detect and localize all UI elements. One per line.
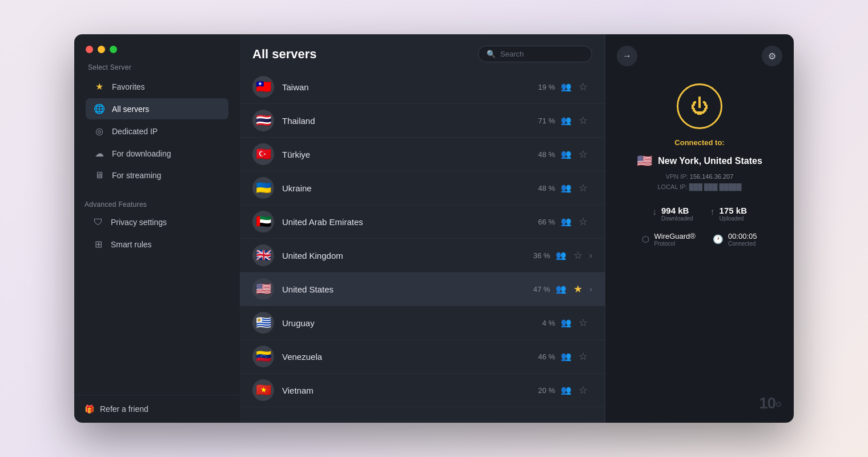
server-name: United Arab Emirates <box>282 217 527 227</box>
country-flag: 🇹🇷 <box>252 143 274 165</box>
maximize-button[interactable] <box>110 46 117 53</box>
favorite-star-button[interactable]: ★ <box>573 283 582 295</box>
country-flag: 🇺🇾 <box>252 312 274 334</box>
sidebar-item-label: For downloading <box>112 149 171 158</box>
power-button[interactable]: ⏻ <box>677 83 722 129</box>
version-badge: 10○ <box>759 394 781 412</box>
country-flag: 🇺🇸 <box>252 278 274 300</box>
vpn-ip-info: VPN IP: 156.146.36.207 LOCAL IP: ███ ███… <box>637 172 762 192</box>
protocol-name: WireGuard® <box>654 232 695 240</box>
server-row[interactable]: 🇺🇦 Ukraine 48 % 👥 ☆ <box>240 171 605 205</box>
server-load: 47 % <box>521 285 550 294</box>
sidebar-item-dedicated-ip[interactable]: ◎ Dedicated IP <box>86 121 228 142</box>
server-name: United Kingdom <box>282 251 521 260</box>
close-button[interactable] <box>86 46 93 53</box>
server-load: 48 % <box>527 150 555 159</box>
sidebar-item-for-streaming[interactable]: 🖥 For streaming <box>86 165 228 186</box>
search-input[interactable] <box>500 50 584 58</box>
server-row[interactable]: 🇹🇭 Thailand 71 % 👥 ☆ <box>240 104 605 138</box>
server-list-scroll[interactable]: 🇹🇼 Taiwan 19 % 👥 ☆ 🇹🇭 Thailand 71 % 👥 ☆ … <box>240 70 605 423</box>
download-icon: ☁ <box>94 148 105 159</box>
chevron-right-icon: › <box>589 284 592 294</box>
favorite-star-button[interactable]: ☆ <box>578 384 588 396</box>
server-load: 4 % <box>527 319 555 327</box>
dedicated-ip-icon: ◎ <box>94 126 105 137</box>
favorite-star-button[interactable]: ☆ <box>578 148 588 161</box>
favorite-star-button[interactable]: ☆ <box>578 316 588 329</box>
favorite-star-button[interactable]: ☆ <box>578 81 588 93</box>
advanced-features-label: Advanced Features <box>74 193 240 212</box>
sidebar-item-label: Smart rules <box>111 240 152 249</box>
right-panel-top: → ⚙ <box>617 46 782 66</box>
server-name: Vietnam <box>282 386 527 395</box>
sidebar-item-for-downloading[interactable]: ☁ For downloading <box>86 143 228 164</box>
select-server-label: Select Server <box>86 63 228 71</box>
server-row[interactable]: 🇺🇾 Uruguay 4 % 👥 ☆ <box>240 306 605 340</box>
minimize-button[interactable] <box>98 46 105 53</box>
sidebar-item-label: Privacy settings <box>111 218 167 227</box>
favorite-star-button[interactable]: ☆ <box>578 114 588 127</box>
sidebar-item-label: For streaming <box>112 171 161 180</box>
users-icon: 👥 <box>561 385 572 395</box>
protocol-item: ⬡ WireGuard® Protocol <box>642 232 695 247</box>
arrow-right-icon: → <box>622 51 632 61</box>
server-row[interactable]: 🇻🇪 Venezuela 46 % 👥 ☆ <box>240 340 605 374</box>
upload-stat: ↑ 175 kB Uploaded <box>710 206 747 222</box>
favorite-star-button[interactable]: ☆ <box>578 215 588 228</box>
server-load: 20 % <box>527 386 555 395</box>
server-name: Ukraine <box>282 183 527 193</box>
upload-arrow-icon: ↑ <box>710 207 715 217</box>
users-icon: 👥 <box>556 284 566 294</box>
sidebar-item-all-servers[interactable]: 🌐 All servers <box>86 98 228 119</box>
settings-button[interactable]: ⚙ <box>762 46 782 66</box>
globe-icon: 🌐 <box>94 103 105 114</box>
country-flag: 🇻🇳 <box>252 379 274 401</box>
favorite-star-button[interactable]: ☆ <box>573 249 582 262</box>
users-icon: 👥 <box>561 183 572 193</box>
sidebar-item-privacy-settings[interactable]: 🛡 Privacy settings <box>85 212 230 232</box>
favorite-star-button[interactable]: ☆ <box>578 350 588 363</box>
server-row[interactable]: 🇹🇷 Türkiye 48 % 👥 ☆ <box>240 138 605 171</box>
right-panel: → ⚙ ⏻ Connected to: 🇺🇸 New York, United … <box>605 34 794 423</box>
search-box[interactable]: 🔍 <box>478 46 592 62</box>
server-row[interactable]: 🇺🇸 United States 47 % 👥 ★ › <box>240 272 605 306</box>
streaming-icon: 🖥 <box>94 170 105 181</box>
users-icon: 👥 <box>561 82 572 92</box>
sidebar-item-label: Dedicated IP <box>112 127 158 136</box>
download-value: 994 kB <box>661 206 693 215</box>
favorite-star-button[interactable]: ☆ <box>578 182 588 194</box>
users-icon: 👥 <box>561 115 572 126</box>
protocol-icon: ⬡ <box>642 234 649 244</box>
upload-value: 175 kB <box>720 206 747 215</box>
server-name: Venezuela <box>282 352 527 362</box>
server-row[interactable]: 🇹🇼 Taiwan 19 % 👥 ☆ <box>240 70 605 104</box>
server-row[interactable]: 🇬🇧 United Kingdom 36 % 👥 ☆ › <box>240 239 605 272</box>
sidebar-item-favorites[interactable]: ★ Favorites <box>86 76 228 97</box>
app-window: Select Server ★ Favorites 🌐 All servers … <box>74 34 794 423</box>
stats-row: ↓ 994 kB Downloaded ↑ 175 kB Uploaded <box>617 206 782 222</box>
sidebar: Select Server ★ Favorites 🌐 All servers … <box>74 34 240 423</box>
connect-arrow-button[interactable]: → <box>617 46 637 66</box>
smart-rules-icon: ⊞ <box>93 239 104 250</box>
country-flag: 🇦🇪 <box>252 211 274 232</box>
download-stat: ↓ 994 kB Downloaded <box>652 206 693 222</box>
server-row[interactable]: 🇻🇳 Vietnam 20 % 👥 ☆ <box>240 374 605 407</box>
server-load: 71 % <box>527 117 555 125</box>
search-icon: 🔍 <box>487 50 496 58</box>
country-flag: 🇻🇪 <box>252 346 274 367</box>
server-load: 19 % <box>527 83 555 91</box>
connected-time-label: Connected <box>728 240 757 247</box>
country-flag: 🇹🇼 <box>252 76 274 98</box>
protocol-row: ⬡ WireGuard® Protocol 🕐 00:00:05 Connect… <box>617 232 782 247</box>
server-row[interactable]: 🇦🇪 United Arab Emirates 66 % 👥 ☆ <box>240 205 605 239</box>
upload-label: Uploaded <box>720 215 747 222</box>
refer-friend-button[interactable]: 🎁 Refer a friend <box>85 404 230 414</box>
star-icon: ★ <box>94 81 105 92</box>
server-name: Uruguay <box>282 318 527 328</box>
sidebar-item-label: Favorites <box>112 82 145 91</box>
download-label: Downloaded <box>661 215 693 222</box>
server-name: Thailand <box>282 116 527 126</box>
sidebar-item-smart-rules[interactable]: ⊞ Smart rules <box>85 234 230 255</box>
users-icon: 👥 <box>561 149 572 159</box>
server-load: 66 % <box>527 218 555 226</box>
